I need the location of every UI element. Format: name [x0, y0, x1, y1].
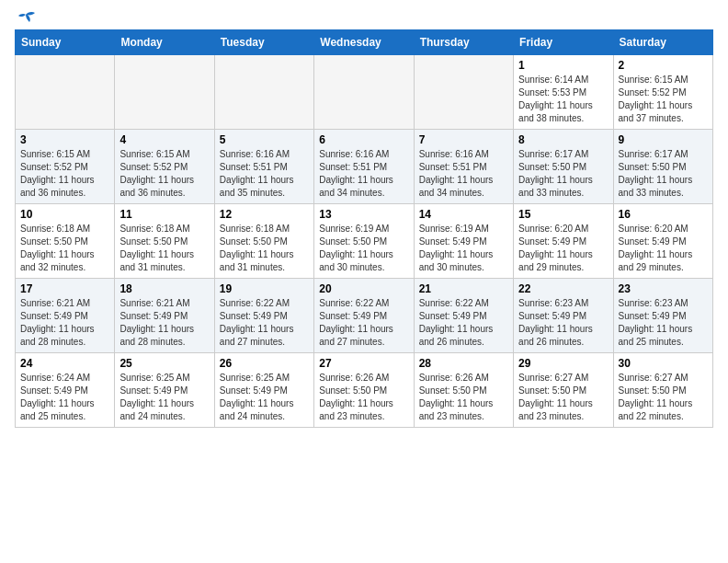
calendar-week-row: 17Sunrise: 6:21 AM Sunset: 5:49 PM Dayli… — [16, 279, 713, 353]
day-info: Sunrise: 6:18 AM Sunset: 5:50 PM Dayligh… — [119, 223, 209, 274]
calendar-cell: 9Sunrise: 6:17 AM Sunset: 5:50 PM Daylig… — [613, 130, 712, 204]
calendar-cell: 7Sunrise: 6:16 AM Sunset: 5:51 PM Daylig… — [414, 130, 513, 204]
day-number: 23 — [619, 282, 708, 295]
day-number: 28 — [419, 357, 508, 370]
day-number: 19 — [220, 282, 309, 295]
day-number: 11 — [119, 208, 209, 221]
day-number: 17 — [20, 282, 109, 295]
calendar-cell: 8Sunrise: 6:17 AM Sunset: 5:50 PM Daylig… — [514, 130, 613, 204]
calendar-week-row: 1Sunrise: 6:14 AM Sunset: 5:53 PM Daylig… — [16, 55, 713, 130]
day-header-tuesday: Tuesday — [214, 30, 313, 55]
day-header-saturday: Saturday — [613, 30, 712, 55]
day-number: 14 — [419, 208, 508, 221]
day-header-wednesday: Wednesday — [314, 30, 414, 55]
day-header-friday: Friday — [514, 30, 613, 55]
day-number: 29 — [518, 357, 608, 370]
calendar-cell: 10Sunrise: 6:18 AM Sunset: 5:50 PM Dayli… — [16, 204, 115, 279]
day-info: Sunrise: 6:16 AM Sunset: 5:51 PM Dayligh… — [419, 148, 508, 200]
calendar-cell — [16, 55, 115, 130]
day-header-thursday: Thursday — [414, 30, 513, 55]
calendar-cell: 26Sunrise: 6:25 AM Sunset: 5:49 PM Dayli… — [214, 353, 313, 428]
day-info: Sunrise: 6:14 AM Sunset: 5:53 PM Dayligh… — [518, 74, 608, 125]
day-number: 25 — [119, 357, 209, 370]
day-info: Sunrise: 6:25 AM Sunset: 5:49 PM Dayligh… — [220, 372, 309, 423]
logo — [15, 15, 35, 22]
calendar-cell: 28Sunrise: 6:26 AM Sunset: 5:50 PM Dayli… — [414, 353, 513, 428]
day-info: Sunrise: 6:22 AM Sunset: 5:49 PM Dayligh… — [319, 297, 408, 349]
calendar-cell: 13Sunrise: 6:19 AM Sunset: 5:50 PM Dayli… — [314, 204, 414, 279]
calendar-cell: 16Sunrise: 6:20 AM Sunset: 5:49 PM Dayli… — [613, 204, 712, 279]
calendar-cell: 23Sunrise: 6:23 AM Sunset: 5:49 PM Dayli… — [613, 279, 712, 353]
day-info: Sunrise: 6:16 AM Sunset: 5:51 PM Dayligh… — [220, 148, 309, 200]
calendar-cell: 27Sunrise: 6:26 AM Sunset: 5:50 PM Dayli… — [314, 353, 414, 428]
day-info: Sunrise: 6:18 AM Sunset: 5:50 PM Dayligh… — [220, 223, 309, 274]
calendar-cell: 5Sunrise: 6:16 AM Sunset: 5:51 PM Daylig… — [214, 130, 313, 204]
day-info: Sunrise: 6:21 AM Sunset: 5:49 PM Dayligh… — [119, 297, 209, 349]
logo-bird-icon — [17, 11, 35, 26]
calendar-cell: 19Sunrise: 6:22 AM Sunset: 5:49 PM Dayli… — [214, 279, 313, 353]
day-info: Sunrise: 6:26 AM Sunset: 5:50 PM Dayligh… — [319, 372, 408, 423]
day-info: Sunrise: 6:17 AM Sunset: 5:50 PM Dayligh… — [518, 148, 608, 200]
day-number: 18 — [119, 282, 209, 295]
calendar-cell: 20Sunrise: 6:22 AM Sunset: 5:49 PM Dayli… — [314, 279, 414, 353]
calendar-week-row: 24Sunrise: 6:24 AM Sunset: 5:49 PM Dayli… — [16, 353, 713, 428]
day-number: 30 — [619, 357, 708, 370]
day-info: Sunrise: 6:27 AM Sunset: 5:50 PM Dayligh… — [518, 372, 608, 423]
day-info: Sunrise: 6:23 AM Sunset: 5:49 PM Dayligh… — [619, 297, 708, 349]
day-number: 5 — [220, 133, 309, 146]
calendar-cell — [115, 55, 214, 130]
calendar-week-row: 10Sunrise: 6:18 AM Sunset: 5:50 PM Dayli… — [16, 204, 713, 279]
day-number: 3 — [20, 133, 109, 146]
day-number: 12 — [220, 208, 309, 221]
calendar-header-row: SundayMondayTuesdayWednesdayThursdayFrid… — [16, 30, 713, 55]
calendar-cell: 18Sunrise: 6:21 AM Sunset: 5:49 PM Dayli… — [115, 279, 214, 353]
calendar-cell: 6Sunrise: 6:16 AM Sunset: 5:51 PM Daylig… — [314, 130, 414, 204]
calendar-table: SundayMondayTuesdayWednesdayThursdayFrid… — [15, 29, 713, 428]
day-info: Sunrise: 6:22 AM Sunset: 5:49 PM Dayligh… — [220, 297, 309, 349]
day-number: 15 — [518, 208, 608, 221]
day-number: 24 — [20, 357, 109, 370]
day-info: Sunrise: 6:20 AM Sunset: 5:49 PM Dayligh… — [619, 223, 708, 274]
calendar-cell — [214, 55, 313, 130]
day-info: Sunrise: 6:19 AM Sunset: 5:49 PM Dayligh… — [419, 223, 508, 274]
calendar-cell: 21Sunrise: 6:22 AM Sunset: 5:49 PM Dayli… — [414, 279, 513, 353]
day-info: Sunrise: 6:26 AM Sunset: 5:50 PM Dayligh… — [419, 372, 508, 423]
calendar-cell: 15Sunrise: 6:20 AM Sunset: 5:49 PM Dayli… — [514, 204, 613, 279]
day-number: 27 — [319, 357, 408, 370]
day-info: Sunrise: 6:25 AM Sunset: 5:49 PM Dayligh… — [119, 372, 209, 423]
day-number: 13 — [319, 208, 408, 221]
day-header-monday: Monday — [115, 30, 214, 55]
day-number: 7 — [419, 133, 508, 146]
calendar-cell: 17Sunrise: 6:21 AM Sunset: 5:49 PM Dayli… — [16, 279, 115, 353]
day-info: Sunrise: 6:15 AM Sunset: 5:52 PM Dayligh… — [20, 148, 109, 200]
day-number: 4 — [119, 133, 209, 146]
day-info: Sunrise: 6:21 AM Sunset: 5:49 PM Dayligh… — [20, 297, 109, 349]
day-number: 26 — [220, 357, 309, 370]
day-number: 6 — [319, 133, 408, 146]
calendar-cell — [314, 55, 414, 130]
day-info: Sunrise: 6:23 AM Sunset: 5:49 PM Dayligh… — [518, 297, 608, 349]
day-number: 22 — [518, 282, 608, 295]
day-info: Sunrise: 6:24 AM Sunset: 5:49 PM Dayligh… — [20, 372, 109, 423]
page-header — [15, 15, 713, 22]
day-header-sunday: Sunday — [16, 30, 115, 55]
calendar-cell: 24Sunrise: 6:24 AM Sunset: 5:49 PM Dayli… — [16, 353, 115, 428]
calendar-week-row: 3Sunrise: 6:15 AM Sunset: 5:52 PM Daylig… — [16, 130, 713, 204]
day-info: Sunrise: 6:15 AM Sunset: 5:52 PM Dayligh… — [119, 148, 209, 200]
day-info: Sunrise: 6:19 AM Sunset: 5:50 PM Dayligh… — [319, 223, 408, 274]
day-number: 21 — [419, 282, 508, 295]
day-info: Sunrise: 6:22 AM Sunset: 5:49 PM Dayligh… — [419, 297, 508, 349]
calendar-cell: 4Sunrise: 6:15 AM Sunset: 5:52 PM Daylig… — [115, 130, 214, 204]
day-info: Sunrise: 6:16 AM Sunset: 5:51 PM Dayligh… — [319, 148, 408, 200]
calendar-cell: 1Sunrise: 6:14 AM Sunset: 5:53 PM Daylig… — [514, 55, 613, 130]
day-number: 8 — [518, 133, 608, 146]
calendar-cell: 22Sunrise: 6:23 AM Sunset: 5:49 PM Dayli… — [514, 279, 613, 353]
day-number: 1 — [518, 59, 608, 72]
calendar-cell: 30Sunrise: 6:27 AM Sunset: 5:50 PM Dayli… — [613, 353, 712, 428]
calendar-cell: 25Sunrise: 6:25 AM Sunset: 5:49 PM Dayli… — [115, 353, 214, 428]
day-number: 16 — [619, 208, 708, 221]
day-number: 9 — [619, 133, 708, 146]
calendar-cell: 3Sunrise: 6:15 AM Sunset: 5:52 PM Daylig… — [16, 130, 115, 204]
calendar-cell: 2Sunrise: 6:15 AM Sunset: 5:52 PM Daylig… — [613, 55, 712, 130]
calendar-cell: 11Sunrise: 6:18 AM Sunset: 5:50 PM Dayli… — [115, 204, 214, 279]
